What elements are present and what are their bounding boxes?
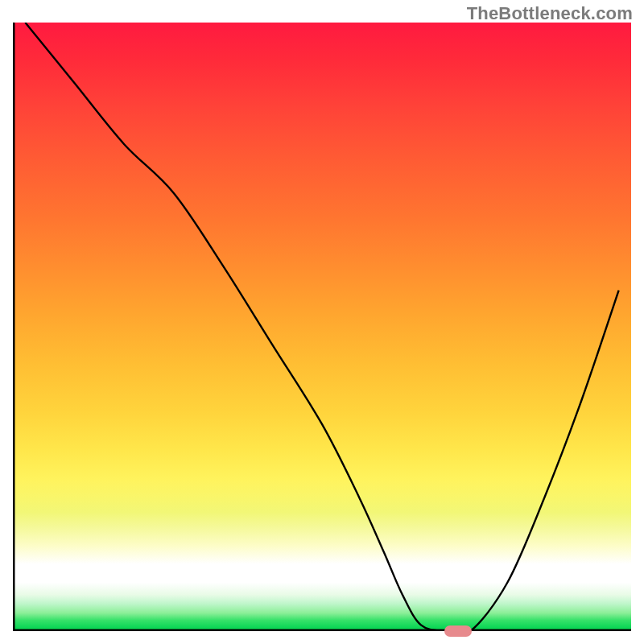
gradient-background: [13, 23, 631, 631]
plot-area: [13, 23, 631, 631]
watermark-text: TheBottleneck.com: [467, 3, 633, 24]
chart-frame: [13, 23, 631, 631]
chart-marker: [444, 625, 472, 637]
